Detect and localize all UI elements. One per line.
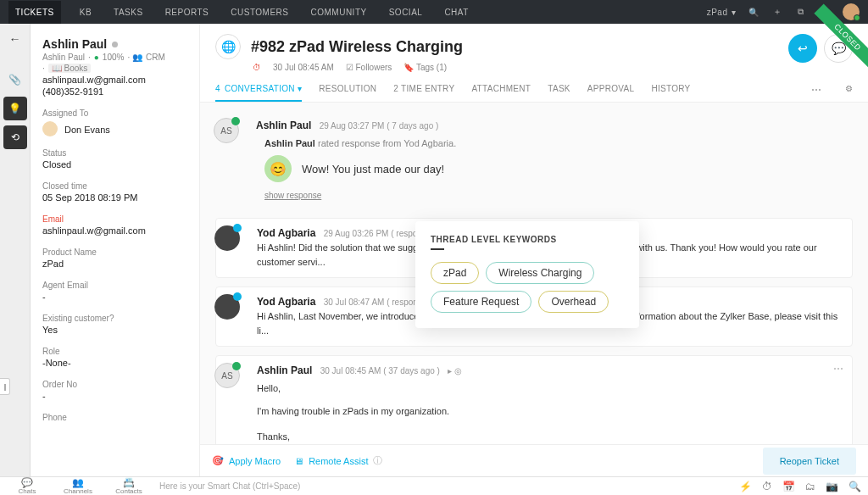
author-avatar-icon	[214, 225, 240, 251]
left-rail: ← 📎 💡 ⟲	[0, 24, 31, 476]
customer-subline: Ashlin Paul · ●100% · 👥 CRM	[42, 53, 187, 62]
bb-calendar-icon[interactable]: 📅	[782, 481, 795, 492]
customer-phone: (408)352-9191	[42, 86, 187, 97]
apply-macro-button[interactable]: 🎯Apply Macro	[212, 455, 281, 466]
bb-layers-icon[interactable]: 🗂	[805, 481, 815, 492]
smart-chat-hint[interactable]: Here is your Smart Chat (Ctrl+Space)	[159, 481, 739, 491]
email-label: Email	[42, 214, 187, 224]
nav-kb[interactable]: KB	[76, 1, 95, 24]
bottom-tab-chats[interactable]: 💬Chats	[7, 478, 47, 495]
top-nav: TICKETS KB TASKS REPORTS CUSTOMERS COMMU…	[0, 0, 868, 24]
channels-icon: 👥	[72, 478, 84, 487]
tabs-settings-icon[interactable]: ⚙	[845, 84, 853, 102]
bottom-tab-channels[interactable]: 👥Channels	[58, 478, 98, 495]
bb-camera-icon[interactable]: 📷	[826, 481, 838, 492]
bb-timer-icon[interactable]: ⏱	[762, 481, 772, 492]
ticket-tabs: 4 CONVERSATION ▾ RESOLUTION 2 TIME ENTRY…	[215, 84, 853, 102]
remote-assist-button[interactable]: 🖥Remote Assist ⓘ	[294, 454, 382, 467]
keywords-popover: THREAD LEVEL KEYWORDS zPad Wireless Char…	[415, 221, 639, 328]
thread-author: Yod Agbaria	[257, 227, 315, 239]
assignee-avatar-icon	[42, 121, 58, 136]
ticket-title: #982 zPad Wireless Charging	[251, 38, 463, 56]
nav-chat[interactable]: CHAT	[441, 1, 471, 24]
thread-author: Ashlin Paul	[257, 364, 312, 376]
thread-author: Yod Agbaria	[257, 296, 315, 308]
nav-tickets[interactable]: TICKETS	[8, 1, 61, 24]
nav-customers[interactable]: CUSTOMERS	[227, 1, 292, 24]
product-label: Product Name	[42, 248, 187, 257]
remote-icon: 🖥	[294, 456, 303, 466]
customer-email: ashlinpaul.w@gmail.com	[42, 75, 187, 85]
thread-item[interactable]: AS Ashlin Paul 29 Aug 03:27 PM ( 7 days …	[215, 111, 853, 209]
attach-tab-icon[interactable]: 📎	[3, 68, 27, 92]
tab-time-entry[interactable]: 2 TIME ENTRY	[393, 84, 454, 102]
nav-community[interactable]: COMMUNITY	[308, 1, 370, 24]
status-label: Status	[42, 148, 187, 158]
rating-line: Ashlin Paul rated response from Yod Agba…	[264, 138, 841, 148]
followers-link[interactable]: ☑ Followers	[346, 63, 392, 72]
agent-email-value: -	[42, 292, 187, 302]
contacts-icon: 📇	[123, 478, 135, 487]
bb-logo-icon[interactable]: ⚡	[739, 481, 752, 492]
bb-search-icon[interactable]: 🔍	[849, 481, 861, 492]
phone-label: Phone	[42, 413, 187, 422]
assigned-to[interactable]: Don Evans	[42, 121, 187, 136]
conversation-body[interactable]: AS Ashlin Paul 29 Aug 03:27 PM ( 7 days …	[200, 103, 868, 444]
tab-history[interactable]: HISTORY	[651, 84, 690, 102]
nav-social[interactable]: SOCIAL	[386, 1, 426, 24]
back-button[interactable]: ←	[9, 32, 21, 46]
thread-greeting: Hello,	[257, 381, 840, 396]
insights-tab-icon[interactable]: 💡	[3, 97, 27, 120]
tabs-more-icon[interactable]: ⋯	[811, 84, 821, 102]
tab-conversation[interactable]: 4 CONVERSATION ▾	[215, 84, 302, 102]
open-external-icon[interactable]: ⧉	[795, 6, 807, 18]
order-no-label: Order No	[42, 380, 187, 389]
customer-panel: Ashlin Paul Ashlin Paul · ●100% · 👥 CRM …	[31, 24, 200, 476]
macro-icon: 🎯	[212, 455, 224, 466]
assigned-to-label: Assigned To	[42, 108, 187, 118]
thread-time: 29 Aug 03:27 PM ( 7 days ago )	[320, 121, 439, 131]
history-tab-icon[interactable]: ⟲	[3, 125, 27, 149]
ticket-time: 30 Jul 08:45 AM	[273, 63, 334, 72]
nav-reports[interactable]: REPORTS	[162, 1, 213, 24]
account-switcher[interactable]: zPad ▾	[707, 8, 736, 17]
reply-all-button[interactable]: ↩	[788, 34, 817, 63]
author-avatar-icon	[214, 294, 240, 320]
keyword-chip[interactable]: Feature Request	[431, 291, 531, 313]
thread-author: Ashlin Paul	[256, 120, 311, 131]
thread-body: I'm having trouble in zPads in my organi…	[257, 404, 840, 419]
thread-item[interactable]: AS ⋯ Ashlin Paul 30 Jul 08:45 AM ( 37 da…	[215, 355, 853, 444]
tab-resolution[interactable]: RESOLUTION	[319, 84, 376, 102]
show-response-link[interactable]: show response	[264, 191, 321, 200]
tab-task[interactable]: TASK	[548, 84, 570, 102]
top-nav-left: TICKETS KB TASKS REPORTS CUSTOMERS COMMU…	[8, 1, 707, 24]
keyword-chip[interactable]: zPad	[431, 262, 479, 284]
tags-link[interactable]: 🔖 Tags (1)	[403, 63, 447, 72]
tab-approval[interactable]: APPROVAL	[587, 84, 635, 102]
channel-web-icon: 🌐	[215, 34, 241, 59]
info-icon: ⓘ	[373, 454, 382, 467]
author-avatar-icon: AS	[214, 363, 240, 388]
nav-tasks[interactable]: TASKS	[110, 1, 147, 24]
thread-time: 30 Jul 08:45 AM ( 37 days ago )	[320, 366, 440, 375]
ticket-panel: 🌐 #982 zPad Wireless Charging ⏱ 30 Jul 0…	[200, 24, 868, 476]
role-value: -None-	[42, 358, 187, 368]
keyword-chip[interactable]: Wireless Charging	[486, 262, 594, 284]
plus-icon[interactable]: ＋	[771, 6, 783, 18]
keyword-chip[interactable]: Overhead	[538, 291, 609, 313]
popover-title: THREAD LEVEL KEYWORDS	[431, 235, 624, 250]
bottom-tab-contacts[interactable]: 📇Contacts	[108, 478, 149, 495]
reopen-ticket-button[interactable]: Reopen Ticket	[763, 448, 856, 475]
clock-icon: ⏱	[253, 63, 261, 72]
search-icon[interactable]: 🔍	[748, 6, 760, 18]
tab-attachment[interactable]: ATTACHMENT	[471, 84, 531, 102]
collapse-handle[interactable]: ‖	[0, 378, 10, 395]
ticket-footer: 🎯Apply Macro 🖥Remote Assist ⓘ Reopen Tic…	[200, 444, 868, 476]
status-value: Closed	[42, 159, 187, 170]
closed-time-value: 05 Sep 2018 08:19 PM	[42, 192, 187, 203]
existing-customer-label: Existing customer?	[42, 314, 187, 323]
status-dot-icon	[112, 42, 118, 47]
thread-more-icon[interactable]: ⋯	[833, 363, 843, 375]
profile-avatar[interactable]	[843, 3, 860, 20]
thread-expand-icon[interactable]: ▸ ◎	[448, 366, 462, 375]
